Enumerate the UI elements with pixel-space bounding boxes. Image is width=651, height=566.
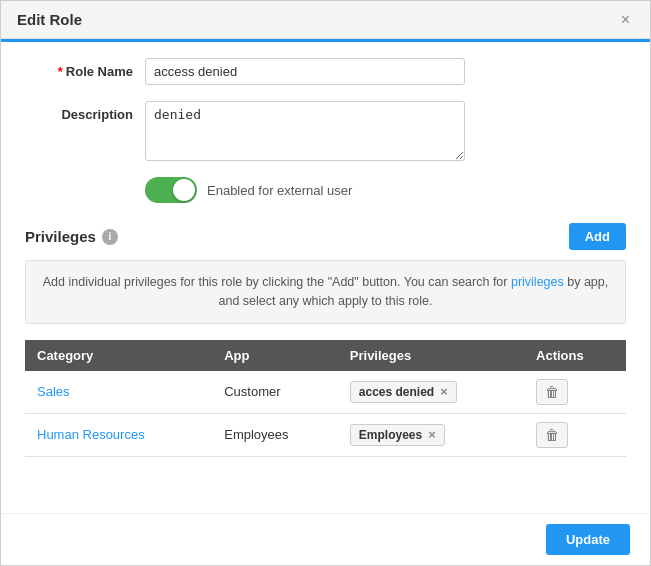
row-actions: 🗑 <box>524 413 626 456</box>
col-privileges: Privileges <box>338 340 524 371</box>
dialog-footer: Update <box>1 513 650 565</box>
row-category: Sales <box>25 371 212 414</box>
external-user-toggle[interactable] <box>145 177 197 203</box>
row-privileges: Employees × <box>338 413 524 456</box>
description-input[interactable]: denied <box>145 101 465 161</box>
update-button[interactable]: Update <box>546 524 630 555</box>
add-privilege-button[interactable]: Add <box>569 223 626 250</box>
tag-close-button[interactable]: × <box>428 428 436 441</box>
edit-role-dialog: Edit Role × *Role Name Description denie… <box>0 0 651 566</box>
role-name-row: *Role Name <box>25 58 626 85</box>
privilege-tag: Employees × <box>350 424 445 446</box>
toggle-thumb <box>173 179 195 201</box>
tag-label: acces denied <box>359 385 434 399</box>
privileges-header: Privileges i Add <box>25 223 626 250</box>
dialog-body: *Role Name Description denied Enabled fo… <box>1 42 650 513</box>
description-label: Description <box>25 101 145 122</box>
col-actions: Actions <box>524 340 626 371</box>
row-app: Employees <box>212 413 338 456</box>
privileges-info-text: Add individual privileges for this role … <box>43 275 608 308</box>
role-name-label: *Role Name <box>25 58 145 79</box>
table-row: Human Resources Employees Employees × 🗑 <box>25 413 626 456</box>
close-button[interactable]: × <box>617 12 634 28</box>
privileges-title: Privileges <box>25 228 96 245</box>
privileges-info-box: Add individual privileges for this role … <box>25 260 626 324</box>
tag-close-button[interactable]: × <box>440 385 448 398</box>
row-actions: 🗑 <box>524 371 626 414</box>
delete-row-button[interactable]: 🗑 <box>536 379 568 405</box>
table-header: Category App Privileges Actions <box>25 340 626 371</box>
info-icon[interactable]: i <box>102 229 118 245</box>
toggle-label: Enabled for external user <box>207 183 352 198</box>
privilege-tag: acces denied × <box>350 381 457 403</box>
col-category: Category <box>25 340 212 371</box>
dialog-header: Edit Role × <box>1 1 650 39</box>
row-app: Customer <box>212 371 338 414</box>
toggle-row: Enabled for external user <box>25 177 626 203</box>
delete-row-button[interactable]: 🗑 <box>536 422 568 448</box>
privileges-link[interactable]: privileges <box>511 275 564 289</box>
privileges-table: Category App Privileges Actions Sales Cu… <box>25 340 626 457</box>
required-star: * <box>58 64 63 79</box>
row-privileges: acces denied × <box>338 371 524 414</box>
row-category: Human Resources <box>25 413 212 456</box>
col-app: App <box>212 340 338 371</box>
table-row: Sales Customer acces denied × 🗑 <box>25 371 626 414</box>
tag-label: Employees <box>359 428 422 442</box>
description-row: Description denied <box>25 101 626 161</box>
table-body: Sales Customer acces denied × 🗑 Human Re… <box>25 371 626 457</box>
dialog-title: Edit Role <box>17 11 82 28</box>
role-name-input[interactable] <box>145 58 465 85</box>
privileges-title-group: Privileges i <box>25 228 118 245</box>
